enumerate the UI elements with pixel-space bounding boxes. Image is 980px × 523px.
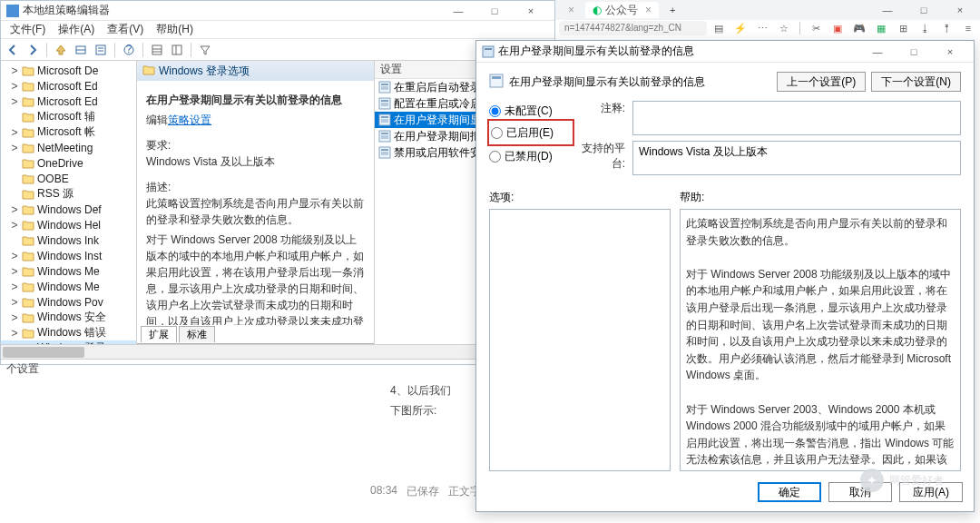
upload-icon[interactable]: ⭱	[940, 22, 953, 35]
forward-icon[interactable]	[24, 42, 41, 58]
comment-field[interactable]	[632, 101, 961, 135]
close-icon[interactable]: ×	[645, 4, 652, 16]
svg-rect-2	[96, 45, 105, 54]
next-setting-button[interactable]: 下一个设置(N)	[871, 72, 961, 92]
menu-icon[interactable]: ≡	[962, 22, 975, 35]
tab-label: 公众号	[605, 3, 638, 18]
maximize-button[interactable]: □	[476, 2, 513, 20]
folder-icon	[22, 204, 34, 215]
folder-icon	[22, 235, 34, 246]
tree-item[interactable]: >Microsoft De	[1, 63, 136, 78]
tree-item[interactable]: >Windows 安全	[1, 310, 136, 325]
ok-button[interactable]: 确定	[758, 482, 821, 502]
folder-icon	[22, 266, 34, 277]
tree-item[interactable]: >Windows Me	[1, 279, 136, 294]
download-icon[interactable]: ⭳	[918, 22, 931, 35]
prev-setting-button[interactable]: 上一个设置(P)	[777, 72, 866, 92]
minimize-button[interactable]: —	[440, 2, 476, 20]
properties-icon[interactable]	[93, 42, 109, 58]
tree-item[interactable]: >NetMeeting	[1, 140, 136, 155]
mid-header-title: Windows 登录选项	[159, 64, 250, 79]
tree-item[interactable]: Windows 登录	[1, 340, 136, 344]
help-icon[interactable]: ?	[121, 42, 137, 58]
image-icon[interactable]: ▤	[712, 22, 725, 35]
tree-item[interactable]: >Microsoft 帐	[1, 124, 136, 140]
policy-name: 在用户登录期间显示有关以前登录的信息	[509, 74, 771, 90]
more-icon[interactable]: ⋯	[756, 22, 769, 35]
tree-item[interactable]: >Windows Me	[1, 263, 136, 279]
tab-standard[interactable]: 标准	[179, 326, 215, 342]
svg-rect-29	[381, 149, 388, 151]
help-label: 帮助:	[680, 190, 961, 205]
close-icon[interactable]: ×	[568, 4, 574, 16]
help-box: 此策略设置控制系统是否向用户显示有关以前的登录和登录失败次数的信息。 对于 Wi…	[680, 209, 961, 471]
dialog-title: 在用户登录期间显示有关以前登录的信息	[498, 44, 859, 59]
scissors-icon[interactable]: ✂	[809, 22, 822, 35]
apps-icon[interactable]: ⊞	[897, 22, 909, 35]
bolt-icon[interactable]: ⚡	[734, 22, 747, 35]
game-icon[interactable]: 🎮	[853, 22, 866, 35]
tree-item[interactable]: >Windows 错误	[1, 325, 136, 340]
edit-policy-link[interactable]: 策略设置	[168, 113, 211, 126]
radio-not-configured[interactable]: 未配置(C)	[489, 101, 564, 121]
options-box	[489, 209, 671, 471]
grid-icon[interactable]: ▦	[875, 22, 887, 35]
folder-icon	[22, 158, 34, 169]
minimize-button[interactable]: —	[859, 43, 896, 61]
folder-icon	[22, 297, 34, 308]
menu-action[interactable]: 操作(A)	[53, 20, 100, 39]
setting-icon	[378, 146, 391, 159]
maximize-button[interactable]: □	[906, 1, 942, 19]
menu-file[interactable]: 文件(F)	[5, 20, 51, 39]
close-button[interactable]: ×	[932, 43, 968, 61]
menu-view[interactable]: 查看(V)	[102, 20, 149, 39]
close-button[interactable]: ×	[513, 2, 549, 20]
folder-icon	[22, 127, 34, 138]
tree-item[interactable]: >Microsoft Ed	[1, 94, 136, 109]
folder-icon	[22, 112, 34, 123]
address-bar[interactable]: n=1474474827&lang=zh_CN	[559, 21, 707, 35]
tree-item[interactable]: >Windows Pov	[1, 294, 136, 310]
tree-item[interactable]: >Windows Def	[1, 202, 136, 217]
highlight-box: 已启用(E)	[487, 119, 574, 146]
tree-item[interactable]: >Microsoft Ed	[1, 78, 136, 94]
svg-rect-17	[381, 100, 388, 102]
svg-rect-10	[172, 45, 181, 54]
radio-disabled[interactable]: 已禁用(D)	[489, 146, 564, 166]
up-icon[interactable]	[53, 42, 69, 58]
list-view-icon[interactable]	[149, 42, 165, 58]
window-title: 本地组策略编辑器	[23, 3, 440, 18]
tree-item[interactable]: OOBE	[1, 171, 136, 186]
app-icon	[6, 5, 19, 17]
tree-item[interactable]: >Windows Inst	[1, 248, 136, 263]
wechat-icon: ✦	[860, 469, 884, 492]
close-button[interactable]: ×	[942, 1, 978, 19]
show-hide-icon[interactable]	[73, 42, 89, 58]
platform-field: Windows Vista 及以上版本	[632, 141, 961, 175]
svg-rect-7	[152, 45, 162, 54]
tree-item[interactable]: Microsoft 辅	[1, 109, 136, 124]
minimize-button[interactable]: —	[869, 1, 906, 19]
box-icon[interactable]: ▣	[831, 22, 844, 35]
tree-pane[interactable]: >Microsoft De>Microsoft Ed>Microsoft EdM…	[1, 61, 137, 344]
browser-tab-2[interactable]: ◐ 公众号 ×	[585, 2, 659, 18]
detail-view-icon[interactable]	[169, 42, 185, 58]
setting-icon	[378, 97, 391, 110]
radio-enabled[interactable]: 已启用(E)	[491, 123, 571, 143]
browser-tab-1[interactable]: ×	[557, 2, 582, 18]
star-icon[interactable]: ☆	[778, 22, 790, 35]
tab-extended[interactable]: 扩展	[141, 326, 177, 342]
back-icon[interactable]	[5, 42, 21, 58]
filter-icon[interactable]	[197, 42, 213, 58]
menu-help[interactable]: 帮助(H)	[151, 20, 199, 39]
h-scrollbar[interactable]	[1, 344, 554, 359]
options-label: 选项:	[489, 190, 671, 205]
maximize-button[interactable]: □	[896, 43, 932, 61]
svg-rect-32	[483, 46, 494, 57]
setting-icon	[378, 113, 391, 126]
tree-item[interactable]: OneDrive	[1, 155, 136, 171]
tree-item[interactable]: Windows Ink	[1, 232, 136, 248]
tree-item[interactable]: RSS 源	[1, 186, 136, 202]
new-tab-button[interactable]: +	[662, 2, 682, 18]
tree-item[interactable]: >Windows Hel	[1, 217, 136, 232]
